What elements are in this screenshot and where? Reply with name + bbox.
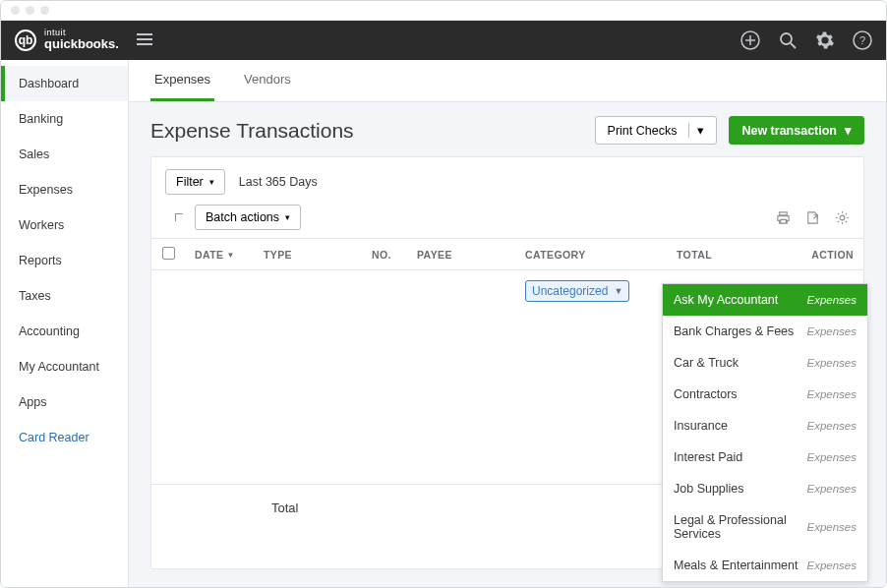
traffic-light-max[interactable] — [40, 6, 49, 15]
hamburger-icon[interactable] — [137, 33, 152, 48]
select-all-checkbox[interactable] — [162, 247, 175, 260]
chevron-down-icon[interactable]: ▾ — [688, 123, 704, 138]
dropdown-item-meals-entertainment[interactable]: Meals & EntertainmentExpenses — [663, 550, 867, 581]
transactions-panel: Filter▾ Last 365 Days Batch actions▾ — [150, 156, 864, 569]
col-no[interactable]: NO. — [362, 239, 407, 270]
dropdown-item-bank-charges[interactable]: Bank Charges & FeesExpenses — [663, 316, 867, 347]
sidebar-item-dashboard[interactable]: Dashboard — [1, 66, 128, 101]
main-content: Expenses Vendors Expense Transactions Pr… — [129, 60, 886, 587]
batch-actions-button[interactable]: Batch actions▾ — [195, 205, 301, 230]
print-checks-button[interactable]: Print Checks ▾ — [595, 116, 718, 145]
top-navbar: qb intuit quickbooks. ? — [1, 21, 886, 60]
sidebar-item-accounting[interactable]: Accounting — [1, 314, 128, 349]
dropdown-item-car-truck[interactable]: Car & TruckExpenses — [663, 347, 867, 379]
dropdown-item-contractors[interactable]: ContractorsExpenses — [663, 379, 867, 410]
filter-range-label: Last 365 Days — [239, 175, 318, 189]
settings-icon[interactable] — [834, 209, 850, 225]
sidebar-item-banking[interactable]: Banking — [1, 101, 128, 137]
col-date[interactable]: DATE▼ — [185, 239, 254, 270]
brand-text: intuit quickbooks. — [44, 29, 119, 51]
dropdown-item-job-supplies[interactable]: Job SuppliesExpenses — [663, 473, 867, 504]
dropdown-item-interest-paid[interactable]: Interest PaidExpenses — [663, 441, 867, 473]
svg-point-4 — [840, 215, 845, 220]
export-icon[interactable] — [804, 209, 820, 225]
sidebar-item-taxes[interactable]: Taxes — [1, 278, 128, 314]
window-titlebar — [1, 1, 886, 21]
category-dropdown: Ask My AccountantExpenses Bank Charges &… — [662, 283, 868, 582]
help-icon[interactable]: ? — [853, 30, 872, 50]
traffic-light-close[interactable] — [11, 6, 20, 15]
sidebar: Dashboard Banking Sales Expenses Workers… — [1, 60, 129, 587]
tab-vendors[interactable]: Vendors — [240, 60, 295, 101]
add-icon[interactable] — [740, 30, 760, 50]
app-window: qb intuit quickbooks. ? Dashboard Ba — [0, 0, 887, 588]
tab-expenses[interactable]: Expenses — [150, 60, 214, 101]
search-icon[interactable] — [778, 30, 798, 50]
sidebar-item-apps[interactable]: Apps — [1, 384, 128, 420]
dropdown-item-legal-professional[interactable]: Legal & Professional ServicesExpenses — [663, 504, 867, 550]
sidebar-item-card-reader[interactable]: Card Reader — [1, 420, 128, 455]
sidebar-item-sales[interactable]: Sales — [1, 137, 128, 172]
col-category[interactable]: CATEGORY — [515, 239, 663, 270]
new-transaction-button[interactable]: New transaction ▾ — [729, 116, 864, 145]
category-select[interactable]: Uncategorized ▼ — [525, 280, 629, 302]
sort-desc-icon: ▼ — [226, 251, 234, 260]
page-title: Expense Transactions — [150, 119, 354, 143]
traffic-light-min[interactable] — [26, 6, 34, 15]
content-tabs: Expenses Vendors — [129, 60, 886, 102]
sidebar-item-reports[interactable]: Reports — [1, 243, 128, 278]
chevron-down-icon: ▼ — [614, 286, 622, 296]
select-corner-marker — [175, 213, 183, 221]
filter-button[interactable]: Filter▾ — [165, 169, 225, 195]
col-total[interactable]: TOTAL — [663, 239, 722, 270]
col-type[interactable]: TYPE — [254, 239, 362, 270]
col-action: ACTION — [722, 239, 863, 270]
svg-text:?: ? — [859, 34, 865, 46]
dropdown-item-insurance[interactable]: InsuranceExpenses — [663, 410, 867, 441]
sidebar-item-workers[interactable]: Workers — [1, 207, 128, 243]
chevron-down-icon: ▾ — [845, 123, 852, 138]
logo-icon: qb — [15, 29, 36, 51]
dropdown-item-ask-my-accountant[interactable]: Ask My AccountantExpenses — [663, 284, 867, 316]
col-payee[interactable]: PAYEE — [407, 239, 515, 270]
gear-icon[interactable] — [815, 30, 835, 50]
sidebar-item-my-accountant[interactable]: My Accountant — [1, 349, 128, 384]
sidebar-item-expenses[interactable]: Expenses — [1, 172, 128, 207]
print-icon[interactable] — [775, 209, 791, 225]
svg-point-1 — [781, 33, 792, 44]
